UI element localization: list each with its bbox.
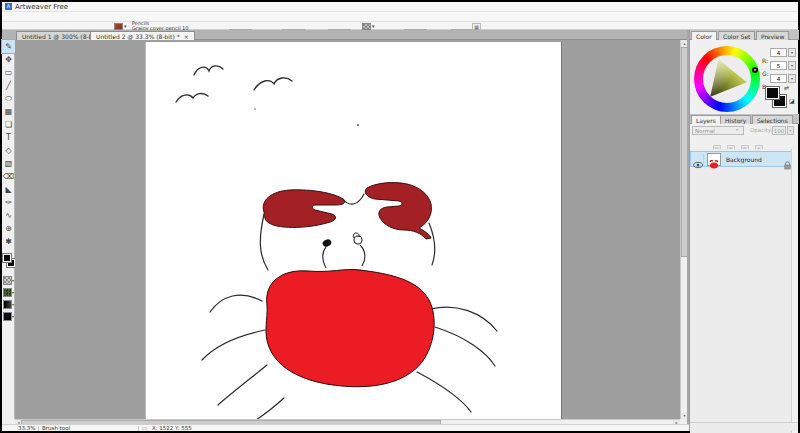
status-divider <box>38 426 39 431</box>
brush-tool-icon[interactable]: ✎ <box>2 40 15 53</box>
shape-tool-icon[interactable]: ◇ <box>2 144 15 157</box>
crab-neck-line <box>343 194 364 204</box>
crab-head-left-line <box>260 214 268 270</box>
eyedropper-tool-icon[interactable]: ✑ <box>2 196 15 209</box>
layer-name: Background <box>726 156 762 163</box>
canvas-page[interactable] <box>146 42 561 419</box>
tool-palette: ✎ ✥ ▭ ╱ ⬭ ▦ ❏ T ◇ ▧ ⌫ ◣ ✑ ∿ ⊕ ✱ ▾ ▾ ▾ ▾ <box>2 40 15 419</box>
tab-color-set[interactable]: Color Set <box>718 31 755 40</box>
colorset-dropdown-icon[interactable]: ▾ <box>12 314 14 319</box>
green-field: G: 5 ▾ <box>762 61 798 72</box>
layer-opacity-label: Opacity: <box>750 126 773 135</box>
layer-opacity-dropdown-icon[interactable]: ▾ <box>787 126 794 135</box>
gradient-dropdown-icon[interactable]: ▾ <box>12 302 14 307</box>
tab-untitled-2[interactable]: Untitled 2 @ 33.3% (8-bit) *× <box>90 31 195 40</box>
eye-icon <box>693 161 703 169</box>
layers-bottom-toolbar: ▲ ▼ ❏ ❐ ✕ <box>690 422 798 431</box>
edit-brush-icon[interactable]: ▦ <box>472 23 481 30</box>
crab-left-claw <box>263 190 345 228</box>
tab-preview[interactable]: Preview <box>756 31 789 40</box>
text-tool-icon[interactable]: T <box>2 131 15 144</box>
default-colors-icon[interactable]: ◪ <box>789 97 795 104</box>
crab-body <box>266 270 434 387</box>
red-dropdown-icon[interactable]: ▾ <box>788 48 796 57</box>
zoom-tool-icon[interactable]: ⊕ <box>2 222 15 235</box>
main-toolbar: ▯▱▣✂⧉▤↶↷╱ ▾ Pencils Grainy cover pencil … <box>2 21 798 30</box>
pencil-tool-icon[interactable]: ╱ <box>2 79 15 92</box>
lock-row: Lock: ▨ ✥ ▣ ◆ <box>692 138 797 147</box>
blend-dropdown-icon[interactable]: ▾ <box>736 127 738 132</box>
window-title: Artweaver Free <box>15 3 68 11</box>
paper-texture-swatch[interactable] <box>362 23 371 30</box>
colorset-selector[interactable] <box>3 312 12 321</box>
green-dropdown-icon[interactable]: ▾ <box>788 61 796 70</box>
texture-selector[interactable] <box>3 288 12 297</box>
color-panel-tabs: Color Color Set Preview <box>690 30 799 40</box>
bird-1 <box>194 66 223 75</box>
pattern-dropdown-icon[interactable]: ▾ <box>12 278 14 283</box>
menu-bar: File Edit Document Layer Select Filter V… <box>2 12 798 21</box>
smudge-tool-icon[interactable]: ∿ <box>2 209 15 222</box>
crab-drawing <box>146 42 561 419</box>
vertical-scrollbar[interactable]: ▴ ▾ <box>680 40 687 419</box>
eraser-tool-icon[interactable]: ⌫ <box>2 170 15 183</box>
panel-color-swatches: ⇄ ◪ <box>764 85 794 113</box>
tab-history[interactable]: History <box>720 115 751 124</box>
layer-thumbnail <box>707 153 721 166</box>
hand-tool-icon[interactable]: ✱ <box>2 235 15 248</box>
tab-layers[interactable]: Layers <box>691 115 721 124</box>
layer-visibility-toggle[interactable] <box>692 154 704 165</box>
stray-dot <box>254 108 256 110</box>
status-bar: 33.3% Brush tool ▭ X: 1522 Y: 555 <box>2 424 689 431</box>
tab-color[interactable]: Color <box>691 31 717 40</box>
tab-untitled-2-label: Untitled 2 @ 33.3% (8-bit) * <box>96 33 180 40</box>
crab-right-claw <box>365 183 431 239</box>
fill-bucket-tool-icon[interactable]: ◣ <box>2 183 15 196</box>
layers-panel-tabs: Layers History Selections <box>690 114 799 124</box>
layer-row-background[interactable]: Background <box>690 151 794 167</box>
layer-lock-icon <box>784 155 791 174</box>
blue-input[interactable]: 4 <box>770 74 787 83</box>
layer-list-scrollbar[interactable] <box>791 149 798 433</box>
green-input[interactable]: 5 <box>770 61 787 70</box>
zoom-level: 33.3% <box>18 425 35 432</box>
brush-dropdown-icon[interactable]: ▾ <box>124 23 127 29</box>
blend-row: Normal ▾ Opacity: 100 ▾ <box>692 126 797 137</box>
select-rectangle-tool-icon[interactable]: ▭ <box>2 66 15 79</box>
app-window: A Artweaver Free File Edit Document Laye… <box>0 0 800 433</box>
texture-dropdown-icon[interactable]: ▾ <box>12 290 14 295</box>
layer-thumbnail-image <box>708 158 720 169</box>
lasso-tool-icon[interactable]: ⬭ <box>2 92 15 105</box>
red-field: R: 4 ▾ <box>762 48 798 59</box>
pattern-selector[interactable] <box>3 276 12 285</box>
stray-dot <box>357 124 359 126</box>
panel-foreground-swatch[interactable] <box>766 87 779 99</box>
color-wheel[interactable] <box>694 46 760 112</box>
red-input[interactable]: 4 <box>770 48 787 57</box>
hue-marker[interactable] <box>752 67 758 73</box>
right-panel: Color Color Set Preview R: 4 ▾ G: 5 ▾ B:… <box>689 30 798 431</box>
layer-list: Background <box>690 149 798 433</box>
gradient-selector[interactable] <box>3 300 12 309</box>
app-icon: A <box>5 3 12 10</box>
paper-dropdown-icon[interactable]: ▾ <box>372 23 375 29</box>
crab-eyes <box>321 233 364 268</box>
cursor-position-icon: ▭ <box>142 425 147 432</box>
clone-stamp-tool-icon[interactable]: ❏ <box>2 118 15 131</box>
crop-tool-icon[interactable]: ▦ <box>2 105 15 118</box>
blue-field: B: 4 ▾ <box>762 74 798 85</box>
gradient-tool-icon[interactable]: ▧ <box>2 157 15 170</box>
brush-preview-swatch[interactable] <box>114 23 123 30</box>
layer-opacity-input[interactable]: 100 <box>772 126 786 135</box>
blue-dropdown-icon[interactable]: ▾ <box>788 74 796 83</box>
cursor-coordinates: X: 1522 Y: 555 <box>152 425 192 432</box>
document-tab-bar: Untitled 1 @ 300% (8-bit) * Untitled 2 @… <box>2 30 689 40</box>
tab-selections[interactable]: Selections <box>752 115 793 124</box>
title-bar: A Artweaver Free <box>2 2 798 12</box>
swap-colors-icon[interactable]: ⇄ <box>784 84 789 91</box>
active-tool-label: Brush tool <box>42 425 70 432</box>
canvas-area[interactable] <box>15 40 680 419</box>
foreground-background-swatches <box>3 254 15 268</box>
foreground-color-swatch[interactable] <box>3 254 11 262</box>
move-tool-icon[interactable]: ✥ <box>2 53 15 66</box>
